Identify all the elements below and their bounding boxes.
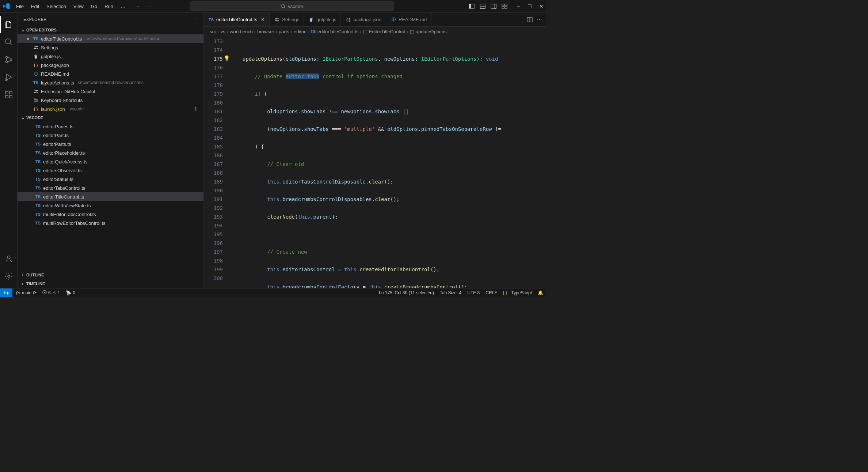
sidebar-more-icon[interactable]: ⋯	[194, 17, 198, 22]
open-editor-item[interactable]: Settings	[18, 43, 203, 52]
file-path: src\vs\workbench\browser\actions	[78, 80, 144, 85]
file-tree-item[interactable]: TSeditorStatus.ts	[18, 175, 203, 184]
menu-more[interactable]: …	[118, 2, 128, 11]
branch-indicator[interactable]: main ⟳	[12, 290, 39, 295]
open-editor-item[interactable]: { }package.json	[18, 61, 203, 69]
breadcrumb-item[interactable]: ⬚updateOptions	[410, 29, 447, 34]
window-maximize-icon[interactable]: ☐	[528, 4, 532, 9]
eol[interactable]: CRLF	[483, 290, 500, 295]
breadcrumb-separator: ›	[407, 29, 408, 34]
line-gutter: 1731741751761771781791801811821831841851…	[204, 36, 230, 288]
file-tree-item[interactable]: TSeditorPlaceholder.ts	[18, 148, 203, 157]
window-minimize-icon[interactable]: ─	[517, 4, 520, 9]
activity-accounts-icon[interactable]	[0, 250, 18, 268]
code-content[interactable]: updateOptions(oldOptions: IEditorPartOpt…	[230, 36, 546, 288]
breadcrumb-item[interactable]: TSeditorTitleControl.ts	[310, 29, 358, 34]
menu-run[interactable]: Run	[102, 2, 116, 11]
open-editor-item[interactable]: Keyboard Shortcuts	[18, 96, 203, 105]
activity-search-icon[interactable]	[0, 33, 18, 51]
open-editor-item[interactable]: { }launch.json.vscode1	[18, 105, 203, 113]
more-actions-icon[interactable]: ⋯	[537, 17, 542, 22]
editor-tab[interactable]: Settings	[270, 13, 304, 26]
activity-extensions-icon[interactable]	[0, 86, 18, 103]
command-center[interactable]: vscode	[190, 1, 394, 11]
customize-layout-icon[interactable]	[502, 3, 507, 9]
breadcrumb-item[interactable]: vs	[221, 29, 225, 34]
menu-edit[interactable]: Edit	[28, 2, 42, 11]
language-mode[interactable]: { } TypeScript	[500, 290, 535, 295]
tab-size[interactable]: Tab Size: 4	[437, 290, 464, 295]
cursor-position[interactable]: Ln 175, Col 30 (11 selected)	[376, 290, 437, 295]
activity-bar	[0, 13, 18, 288]
svg-point-27	[36, 48, 38, 49]
svg-rect-9	[505, 4, 507, 6]
editor-tab[interactable]: 🥤gulpfile.js	[304, 13, 341, 26]
editor-tab[interactable]: { }package.json	[341, 13, 386, 26]
editor-tab[interactable]: TSeditorTitleControl.ts✕	[204, 13, 270, 26]
toggle-panel-icon[interactable]	[480, 3, 486, 9]
ports-indicator[interactable]: 📡0	[63, 290, 78, 295]
menu-view[interactable]: View	[71, 2, 87, 11]
breadcrumb-item[interactable]: parts	[279, 29, 289, 34]
file-tree-item[interactable]: TSeditorQuickAccess.ts	[18, 157, 203, 166]
breadcrumb-item[interactable]: src	[210, 29, 216, 34]
svg-point-14	[5, 57, 7, 58]
open-editor-item[interactable]: 🥤gulpfile.js	[18, 52, 203, 61]
file-tree-item[interactable]: TSeditorWithViewState.ts	[18, 201, 203, 210]
file-tree-item[interactable]: TSeditorTitleControl.ts	[18, 192, 203, 201]
open-editor-item[interactable]: Extension: GitHub Copilot	[18, 87, 203, 96]
menu-go[interactable]: Go	[88, 2, 100, 11]
menu-selection[interactable]: Selection	[43, 2, 69, 11]
split-editor-icon[interactable]	[527, 17, 533, 23]
breadcrumb-separator: ›	[254, 29, 256, 34]
file-tree-item[interactable]: TSeditorPart.ts	[18, 131, 203, 140]
breadcrumb-item[interactable]: workbench	[230, 29, 253, 34]
open-editors-header[interactable]: ⌄ OPEN EDITORS	[18, 26, 203, 34]
sync-icon[interactable]: ⟳	[33, 290, 37, 295]
svg-rect-7	[494, 4, 496, 8]
nav-forward-icon[interactable]: →	[146, 3, 152, 10]
close-tab-icon[interactable]: ✕	[261, 17, 265, 22]
window-close-icon[interactable]: ✕	[539, 4, 543, 9]
file-tree-item[interactable]: TSeditorParts.ts	[18, 140, 203, 148]
code-editor[interactable]: 💡 17317417517617717817918018118218318418…	[204, 36, 546, 288]
tab-label: package.json	[353, 17, 381, 22]
open-editor-item[interactable]: ⓘREADME.md	[18, 69, 203, 78]
sidebar-title: EXPLORER ⋯	[18, 13, 203, 26]
problems-indicator[interactable]: ⓧ6 ⚠1	[39, 290, 63, 296]
timeline-header[interactable]: › TIMELINE	[18, 279, 203, 288]
lightbulb-icon[interactable]: 💡	[224, 55, 230, 61]
activity-explorer-icon[interactable]	[0, 16, 18, 33]
menu-file[interactable]: File	[13, 2, 27, 11]
notifications-icon[interactable]: 🔔	[535, 290, 546, 295]
breadcrumb-item[interactable]: browser	[257, 29, 274, 34]
remote-indicator[interactable]	[0, 288, 12, 297]
outline-header[interactable]: › OUTLINE	[18, 271, 203, 279]
file-tree-item[interactable]: TSeditorPanes.ts	[18, 122, 203, 131]
nav-arrows: ← →	[136, 3, 152, 10]
toggle-secondary-sidebar-icon[interactable]	[491, 3, 496, 9]
toggle-primary-sidebar-icon[interactable]	[469, 3, 475, 9]
activity-debug-icon[interactable]	[0, 68, 18, 86]
close-icon[interactable]: ✕	[25, 36, 31, 42]
file-tree-item[interactable]: TSmultiRowEditorTabsControl.ts	[18, 219, 203, 227]
open-editor-item[interactable]: ✕TSeditorTitleControl.tssrc\vs\workbench…	[18, 34, 203, 43]
editor-tab[interactable]: ⓘREADME.md	[386, 13, 431, 26]
file-tree-item[interactable]: TSeditorsObserver.ts	[18, 166, 203, 175]
folder-header[interactable]: ⌄ VSCODE	[18, 113, 203, 122]
sidebar: EXPLORER ⋯ ⌄ OPEN EDITORS ✕TSeditorTitle…	[18, 13, 204, 288]
file-name: Extension: GitHub Copilot	[41, 89, 95, 94]
file-tree-item[interactable]: TSmultiEditorTabsControl.ts	[18, 210, 203, 219]
breadcrumb-item[interactable]: ⬚EditorTitleControl	[363, 29, 406, 34]
sidebar-title-label: EXPLORER	[23, 17, 47, 22]
svg-point-26	[34, 46, 36, 48]
activity-scm-icon[interactable]	[0, 51, 18, 68]
encoding[interactable]: UTF-8	[464, 290, 483, 295]
activity-settings-icon[interactable]	[0, 268, 18, 285]
open-editor-item[interactable]: TSlayoutActions.tssrc\vs\workbench\brows…	[18, 78, 203, 87]
nav-back-icon[interactable]: ←	[136, 3, 142, 10]
svg-rect-19	[5, 95, 8, 98]
breadcrumb-item[interactable]: editor	[294, 29, 306, 34]
branch-name: main	[22, 290, 31, 295]
file-tree-item[interactable]: TSeditorTabsControl.ts	[18, 184, 203, 192]
